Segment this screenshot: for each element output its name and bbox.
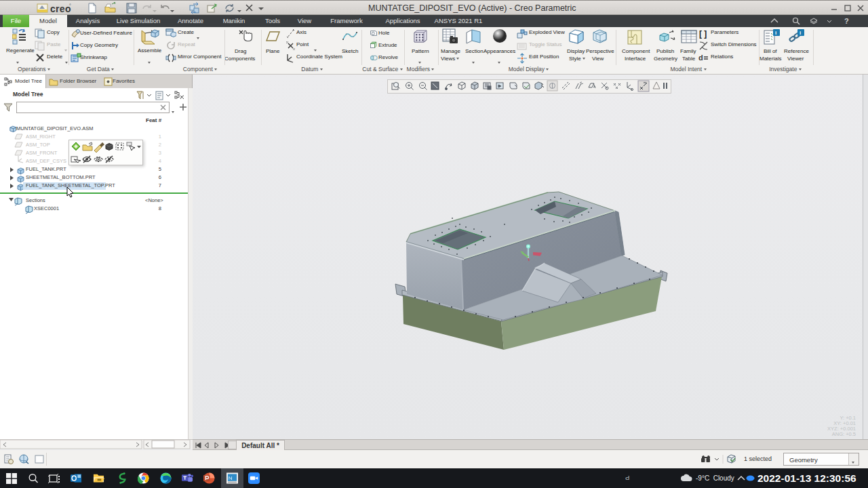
svg-text:i: i: [775, 30, 776, 36]
svg-text:creo: creo: [50, 3, 71, 14]
svg-text:d: d: [698, 54, 703, 62]
svg-text:?: ?: [844, 17, 849, 25]
svg-text:°: °: [69, 3, 71, 8]
svg-text:i: i: [800, 30, 801, 36]
